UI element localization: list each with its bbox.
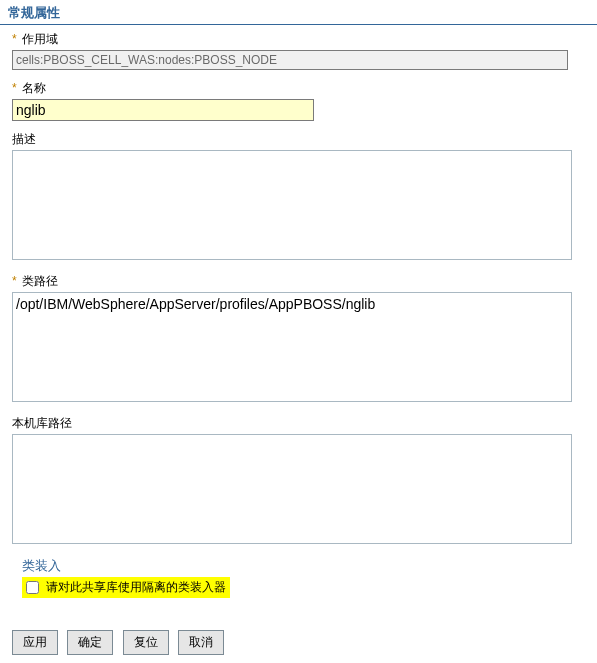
scope-input [12,50,568,70]
section-title: 常规属性 [0,0,597,25]
cancel-button[interactable]: 取消 [178,630,224,655]
nativepath-textarea[interactable] [12,434,572,544]
name-label-line: * 名称 [12,80,585,97]
field-scope: * 作用域 [12,31,585,70]
classpath-textarea[interactable]: /opt/IBM/WebSphere/AppServer/profiles/Ap… [12,292,572,402]
isolated-classloader-label: 请对此共享库使用隔离的类装入器 [46,580,226,594]
nativepath-label-line: 本机库路径 [12,415,585,432]
description-label: 描述 [12,132,36,146]
field-description: 描述 [12,131,585,263]
nativepath-label: 本机库路径 [12,416,72,430]
description-textarea[interactable] [12,150,572,260]
general-properties-form: * 作用域 * 名称 描述 * 类路径 /opt/IBM/WebSphere/A… [0,25,597,606]
isolated-classloader-row[interactable]: 请对此共享库使用隔离的类装入器 [22,577,230,598]
scope-label-line: * 作用域 [12,31,585,48]
ok-button[interactable]: 确定 [67,630,113,655]
required-asterisk: * [12,32,17,46]
reset-button[interactable]: 复位 [123,630,169,655]
classloading-title: 类装入 [22,557,585,575]
field-name: * 名称 [12,80,585,121]
field-classpath: * 类路径 /opt/IBM/WebSphere/AppServer/profi… [12,273,585,405]
required-asterisk: * [12,81,17,95]
description-label-line: 描述 [12,131,585,148]
required-asterisk: * [12,274,17,288]
classloading-section: 类装入 请对此共享库使用隔离的类装入器 [12,557,585,598]
apply-button[interactable]: 应用 [12,630,58,655]
scope-label: 作用域 [22,32,58,46]
classpath-label-line: * 类路径 [12,273,585,290]
classpath-label: 类路径 [22,274,58,288]
field-nativepath: 本机库路径 [12,415,585,547]
name-label: 名称 [22,81,46,95]
isolated-classloader-checkbox[interactable] [26,581,39,594]
name-input[interactable] [12,99,314,121]
button-bar: 应用 确定 复位 取消 [12,630,597,655]
